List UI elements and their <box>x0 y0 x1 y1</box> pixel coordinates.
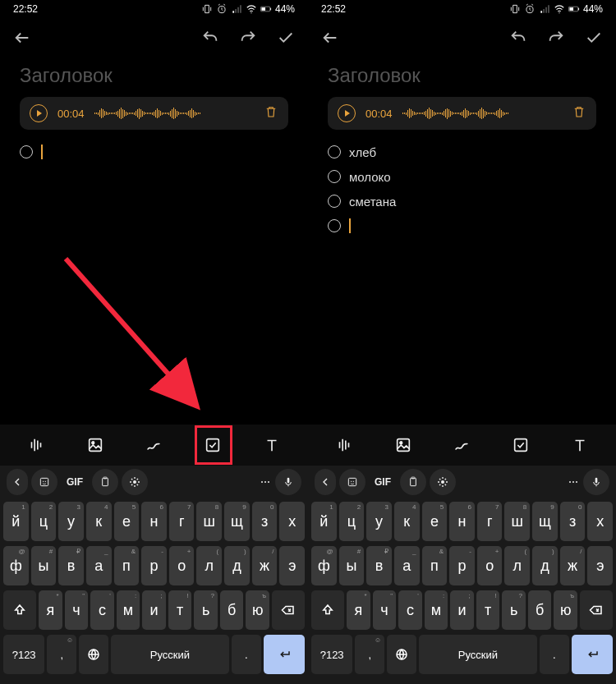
key-я[interactable]: я* <box>39 590 62 630</box>
delete-audio-button[interactable] <box>264 104 278 122</box>
key-п[interactable]: п& <box>422 546 448 585</box>
key-с[interactable]: с' <box>90 590 114 630</box>
key-ю[interactable]: юъ <box>246 590 269 630</box>
key-н[interactable]: н6 <box>141 502 167 541</box>
checkbox-icon[interactable] <box>328 219 341 232</box>
backspace-key[interactable] <box>272 590 305 630</box>
key-м[interactable]: м: <box>117 590 140 630</box>
checklist-button[interactable] <box>195 427 231 463</box>
key-о[interactable]: о+ <box>169 546 195 585</box>
play-audio-button[interactable] <box>338 104 356 122</box>
key-ш[interactable]: ш8 <box>504 502 530 541</box>
key-й[interactable]: й1 <box>311 502 337 541</box>
checkbox-icon[interactable] <box>328 195 341 208</box>
key-т[interactable]: т! <box>168 590 192 630</box>
key-ш[interactable]: ш8 <box>196 502 222 541</box>
key-щ[interactable]: щ9 <box>532 502 558 541</box>
key-м[interactable]: м: <box>425 590 448 630</box>
symbols-key[interactable]: ?123 <box>311 635 352 674</box>
key-х[interactable]: х <box>587 502 613 541</box>
key-д[interactable]: д) <box>532 546 558 585</box>
image-button[interactable] <box>385 427 421 463</box>
settings-button[interactable] <box>122 469 148 495</box>
key-ч[interactable]: ч" <box>65 590 89 630</box>
key-у[interactable]: у3 <box>366 502 392 541</box>
checklist[interactable]: хлебмолокосметана <box>308 140 616 238</box>
kb-back-button[interactable] <box>7 469 28 495</box>
checklist[interactable] <box>0 140 308 164</box>
undo-icon[interactable] <box>509 29 527 47</box>
key-и[interactable]: и; <box>450 590 474 630</box>
key-ы[interactable]: ы# <box>339 546 365 585</box>
draw-button[interactable] <box>136 427 172 463</box>
key-к[interactable]: к4 <box>86 502 112 541</box>
key-о[interactable]: о+ <box>477 546 503 585</box>
key-ф[interactable]: ф@ <box>311 546 337 585</box>
play-audio-button[interactable] <box>30 104 48 122</box>
key-е[interactable]: е5 <box>422 502 448 541</box>
checklist-item[interactable]: молоко <box>328 164 596 189</box>
audio-waveform[interactable] <box>94 106 254 121</box>
key-и[interactable]: и; <box>142 590 166 630</box>
key-п[interactable]: п& <box>114 546 140 585</box>
key-ц[interactable]: ц2 <box>339 502 365 541</box>
key-р[interactable]: р- <box>141 546 167 585</box>
key-ы[interactable]: ы# <box>31 546 57 585</box>
note-title-input[interactable]: Заголовок <box>0 57 308 97</box>
back-icon[interactable] <box>321 29 339 47</box>
key-я[interactable]: я* <box>347 590 370 630</box>
key-е[interactable]: е5 <box>114 502 140 541</box>
space-key[interactable]: Русский <box>419 635 537 674</box>
checklist-item[interactable]: хлеб <box>328 140 596 164</box>
done-icon[interactable] <box>585 29 603 47</box>
key-с[interactable]: с' <box>398 590 422 630</box>
delete-audio-button[interactable] <box>572 104 586 122</box>
key-з[interactable]: з0 <box>560 502 586 541</box>
key-б[interactable]: б <box>220 590 244 630</box>
period-key[interactable]: . <box>540 635 569 674</box>
checkbox-icon[interactable] <box>328 170 341 183</box>
checkbox-icon[interactable] <box>20 145 33 158</box>
checklist-item[interactable] <box>20 140 288 164</box>
shift-key[interactable] <box>3 590 36 630</box>
key-ю[interactable]: юъ <box>554 590 577 630</box>
key-р[interactable]: р- <box>449 546 475 585</box>
shift-key[interactable] <box>311 590 344 630</box>
language-key[interactable] <box>79 635 108 674</box>
sticker-button[interactable] <box>339 469 365 495</box>
key-ч[interactable]: ч" <box>373 590 397 630</box>
clipboard-button[interactable] <box>400 469 426 495</box>
key-э[interactable]: э <box>279 546 305 585</box>
gif-button[interactable]: GIF <box>369 469 397 495</box>
language-key[interactable] <box>387 635 416 674</box>
key-ж[interactable]: ж/ <box>560 546 586 585</box>
symbols-key[interactable]: ?123 <box>3 635 44 674</box>
key-г[interactable]: г7 <box>169 502 195 541</box>
text-format-button[interactable] <box>254 427 290 463</box>
image-button[interactable] <box>77 427 113 463</box>
key-а[interactable]: а_ <box>394 546 420 585</box>
redo-icon[interactable] <box>547 29 565 47</box>
key-л[interactable]: л( <box>504 546 530 585</box>
key-у[interactable]: у3 <box>58 502 84 541</box>
voice-record-button[interactable] <box>326 427 362 463</box>
gif-button[interactable]: GIF <box>61 469 89 495</box>
key-х[interactable]: х <box>279 502 305 541</box>
mic-button[interactable] <box>583 469 609 495</box>
key-э[interactable]: э <box>587 546 613 585</box>
sticker-button[interactable] <box>31 469 57 495</box>
period-key[interactable]: . <box>232 635 261 674</box>
key-ж[interactable]: ж/ <box>252 546 278 585</box>
clipboard-button[interactable] <box>92 469 118 495</box>
more-button[interactable] <box>567 469 580 495</box>
draw-button[interactable] <box>444 427 480 463</box>
key-ь[interactable]: ь? <box>502 590 526 630</box>
key-щ[interactable]: щ9 <box>224 502 250 541</box>
voice-record-button[interactable] <box>18 427 54 463</box>
comma-key[interactable]: ,☺ <box>47 635 76 674</box>
undo-icon[interactable] <box>201 29 219 47</box>
checklist-button[interactable] <box>503 427 539 463</box>
audio-waveform[interactable] <box>402 106 562 121</box>
kb-back-button[interactable] <box>315 469 336 495</box>
key-л[interactable]: л( <box>196 546 222 585</box>
